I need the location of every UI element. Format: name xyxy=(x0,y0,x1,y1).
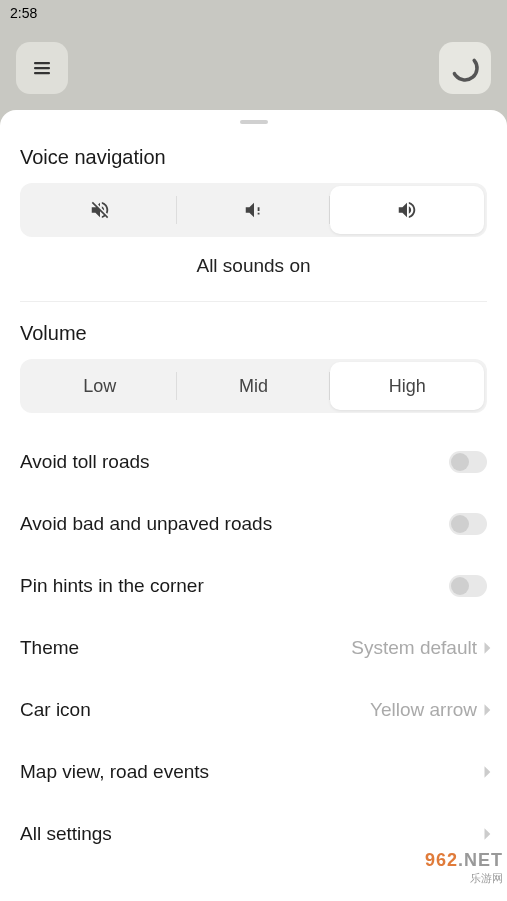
volume-option-low[interactable]: Low xyxy=(23,362,177,410)
volume-on-icon xyxy=(396,199,418,221)
svg-point-3 xyxy=(450,53,480,83)
switch-avoid-tolls[interactable] xyxy=(449,451,487,473)
nav-label: Map view, road events xyxy=(20,761,209,783)
voice-nav-title: Voice navigation xyxy=(0,132,507,183)
switch-knob xyxy=(451,515,469,533)
chevron-right-icon xyxy=(483,827,493,841)
voice-option-all[interactable] xyxy=(330,186,484,234)
volume-alert-icon xyxy=(243,199,265,221)
chevron-right-icon xyxy=(483,765,493,779)
nav-label: Car icon xyxy=(20,699,91,721)
toggle-pin-hints: Pin hints in the corner xyxy=(0,555,507,617)
switch-knob xyxy=(451,577,469,595)
voice-nav-status: All sounds on xyxy=(0,255,507,277)
chevron-right-icon xyxy=(483,641,493,655)
scroll-area[interactable]: Voice navigation All sounds on Volume Lo… xyxy=(0,132,507,901)
nav-label: All settings xyxy=(20,823,112,845)
compass-button[interactable] xyxy=(439,42,491,94)
svg-rect-1 xyxy=(34,67,50,69)
status-bar: 2:58 xyxy=(0,0,507,26)
nav-theme[interactable]: Theme System default xyxy=(0,617,507,679)
nav-all-settings[interactable]: All settings xyxy=(0,803,507,865)
sheet-handle[interactable] xyxy=(240,120,268,124)
chevron-right-icon xyxy=(483,703,493,717)
nav-car-icon[interactable]: Car icon Yellow arrow xyxy=(0,679,507,741)
switch-pin-hints[interactable] xyxy=(449,575,487,597)
switch-knob xyxy=(451,453,469,471)
toggle-avoid-tolls: Avoid toll roads xyxy=(0,431,507,493)
voice-nav-segmented xyxy=(20,183,487,237)
nav-label: Theme xyxy=(20,637,79,659)
divider xyxy=(20,301,487,302)
nav-map-view[interactable]: Map view, road events xyxy=(0,741,507,803)
voice-option-mute[interactable] xyxy=(23,186,177,234)
hamburger-icon xyxy=(30,56,54,80)
toggle-label: Avoid toll roads xyxy=(20,451,150,473)
volume-mute-icon xyxy=(89,199,111,221)
top-nav xyxy=(0,26,507,110)
compass-icon xyxy=(450,53,480,83)
volume-option-high[interactable]: High xyxy=(330,362,484,410)
toggle-label: Pin hints in the corner xyxy=(20,575,204,597)
svg-rect-0 xyxy=(34,62,50,64)
switch-avoid-bad-roads[interactable] xyxy=(449,513,487,535)
seg-label: Mid xyxy=(239,376,268,397)
seg-label: Low xyxy=(83,376,116,397)
volume-segmented: Low Mid High xyxy=(20,359,487,413)
settings-sheet: Voice navigation All sounds on Volume Lo… xyxy=(0,110,507,901)
nav-value: System default xyxy=(351,637,477,659)
volume-title: Volume xyxy=(0,308,507,359)
toggle-avoid-bad-roads: Avoid bad and unpaved roads xyxy=(0,493,507,555)
nav-value: Yellow arrow xyxy=(370,699,477,721)
volume-option-mid[interactable]: Mid xyxy=(177,362,331,410)
clock: 2:58 xyxy=(10,5,37,21)
menu-button[interactable] xyxy=(16,42,68,94)
svg-rect-2 xyxy=(34,72,50,74)
voice-option-alerts[interactable] xyxy=(177,186,331,234)
toggle-label: Avoid bad and unpaved roads xyxy=(20,513,272,535)
seg-label: High xyxy=(389,376,426,397)
